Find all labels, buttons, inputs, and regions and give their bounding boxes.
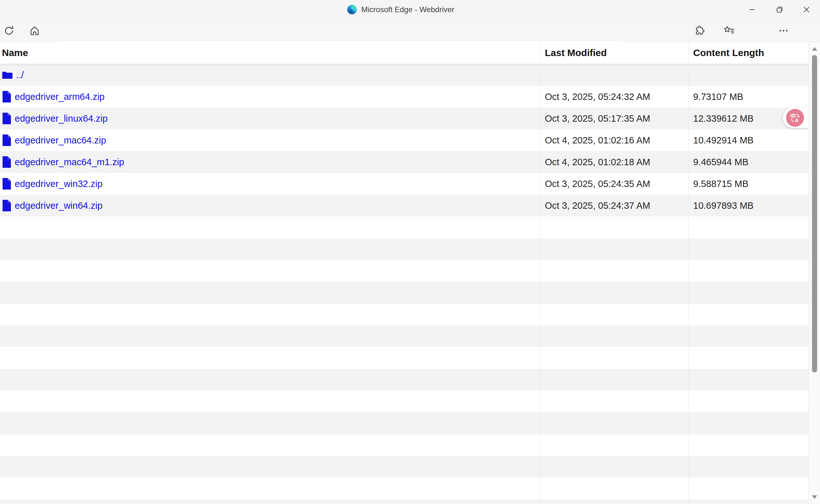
table-row-empty: [0, 347, 820, 369]
last-modified-cell: Oct 3, 2025, 05:24:37 AM: [540, 200, 688, 211]
file-link[interactable]: edgedriver_mac64.zip: [2, 134, 106, 147]
last-modified-cell: Oct 3, 2025, 05:24:32 AM: [540, 92, 688, 102]
table-row-empty: [0, 216, 820, 238]
table-body: ../ edgedriver_arm64.zip Oct 3, 2025, 05…: [0, 64, 820, 504]
table-row: edgedriver_win64.zip Oct 3, 2025, 05:24:…: [0, 195, 820, 216]
scroll-down-arrow-icon[interactable]: [812, 495, 817, 499]
file-link[interactable]: edgedriver_win32.zip: [2, 177, 102, 190]
refresh-button[interactable]: [0, 19, 18, 42]
file-name: edgedriver_mac64_m1.zip: [15, 157, 124, 167]
home-button[interactable]: [26, 19, 44, 42]
extensions-menu-button[interactable]: [691, 19, 709, 42]
content-length-cell: 10.697893 MB: [688, 200, 807, 211]
table-row-empty: [0, 412, 820, 434]
page-content: Name Last Modified Content Length ../: [0, 42, 820, 504]
browser-toolbar: https://msedgewebdriverstorage.z22.web.c…: [0, 19, 820, 42]
ellipsis-icon: [778, 25, 789, 36]
file-link[interactable]: edgedriver_linux64.zip: [2, 112, 108, 125]
file-icon: [2, 177, 12, 190]
restore-icon: [775, 5, 784, 14]
name-cell: edgedriver_arm64.zip: [0, 90, 540, 103]
table-row: edgedriver_linux64.zip Oct 3, 2025, 05:1…: [0, 108, 820, 129]
file-icon: [2, 156, 12, 168]
table-row: edgedriver_mac64.zip Oct 4, 2025, 01:02:…: [0, 129, 820, 151]
header-content-length: Content Length: [688, 47, 807, 58]
table-row-empty: [0, 260, 820, 282]
content-length-cell: 9.465944 MB: [688, 157, 807, 167]
table-row-empty: [0, 369, 820, 391]
name-cell: edgedriver_mac64.zip: [0, 134, 540, 147]
close-button[interactable]: [793, 0, 820, 19]
table-header: Name Last Modified Content Length: [0, 42, 820, 64]
name-cell: edgedriver_linux64.zip: [0, 112, 540, 125]
file-link[interactable]: edgedriver_arm64.zip: [2, 90, 104, 103]
file-link[interactable]: ../: [2, 70, 24, 80]
favorites-list-icon: [723, 25, 735, 37]
restore-button[interactable]: [766, 0, 793, 19]
file-name: edgedriver_win64.zip: [15, 200, 102, 211]
last-modified-cell: Oct 3, 2025, 05:17:35 AM: [540, 113, 688, 124]
file-icon: [2, 199, 12, 212]
puzzle-icon: [694, 25, 705, 37]
translate-fab-circle[interactable]: A: [786, 109, 804, 127]
table-row-empty: [0, 478, 820, 500]
vertical-scrollbar[interactable]: [808, 42, 820, 504]
table-row: edgedriver_win32.zip Oct 3, 2025, 05:24:…: [0, 173, 820, 195]
file-icon: [2, 112, 12, 125]
last-modified-cell: Oct 4, 2025, 01:02:16 AM: [540, 135, 688, 146]
file-icon: [2, 134, 12, 147]
content-length-cell: 9.588715 MB: [688, 179, 807, 189]
scroll-up-arrow-icon[interactable]: [812, 47, 817, 51]
edge-logo-icon: [347, 5, 357, 14]
file-link[interactable]: edgedriver_mac64_m1.zip: [2, 156, 124, 168]
folder-icon: [2, 70, 13, 79]
last-modified-cell: Oct 4, 2025, 01:02:18 AM: [540, 157, 688, 167]
file-link[interactable]: edgedriver_win64.zip: [2, 199, 102, 212]
close-icon: [802, 5, 811, 14]
table-row-empty: [0, 391, 820, 412]
name-cell: ../: [0, 70, 540, 80]
translate-floating-button[interactable]: A: [783, 108, 808, 128]
content-length-cell: 10.492914 MB: [688, 135, 807, 146]
svg-text:A: A: [795, 118, 799, 123]
table-row: edgedriver_mac64_m1.zip Oct 4, 2025, 01:…: [0, 151, 820, 173]
window-title: Microsoft Edge - Webdriver: [361, 5, 454, 14]
minimize-button[interactable]: [739, 0, 766, 19]
scrollbar-thumb[interactable]: [812, 55, 817, 372]
home-icon: [29, 25, 40, 37]
table-row: edgedriver_arm64.zip Oct 3, 2025, 05:24:…: [0, 86, 820, 108]
favorites-hub-button[interactable]: [720, 19, 738, 42]
name-cell: edgedriver_win64.zip: [0, 199, 540, 212]
table-row-empty: [0, 304, 820, 325]
file-icon: [2, 90, 12, 103]
name-cell: edgedriver_win32.zip: [0, 177, 540, 190]
table-row-empty: [0, 238, 820, 260]
minimize-icon: [748, 5, 756, 14]
table-row-empty: [0, 500, 820, 504]
translate-glyph-icon: A: [789, 112, 801, 124]
content-length-cell: 9.73107 MB: [688, 92, 807, 102]
table-row: ../: [0, 64, 820, 86]
settings-menu-button[interactable]: [775, 19, 792, 42]
name-cell: edgedriver_mac64_m1.zip: [0, 156, 540, 168]
title-bar: Microsoft Edge - Webdriver: [0, 0, 820, 19]
table-row-empty: [0, 456, 820, 478]
file-name: ../: [16, 70, 24, 80]
refresh-icon: [3, 25, 15, 37]
table-row-empty: [0, 325, 820, 347]
file-name: edgedriver_win32.zip: [15, 179, 102, 189]
last-modified-cell: Oct 3, 2025, 05:24:35 AM: [540, 179, 688, 189]
file-name: edgedriver_mac64.zip: [15, 135, 106, 146]
file-name: edgedriver_arm64.zip: [15, 92, 104, 102]
header-last-modified: Last Modified: [540, 47, 688, 58]
header-name: Name: [0, 47, 540, 58]
table-row-empty: [0, 434, 820, 456]
window-title-group: Microsoft Edge - Webdriver: [347, 0, 454, 19]
table-row-empty: [0, 282, 820, 304]
file-name: edgedriver_linux64.zip: [15, 113, 108, 124]
